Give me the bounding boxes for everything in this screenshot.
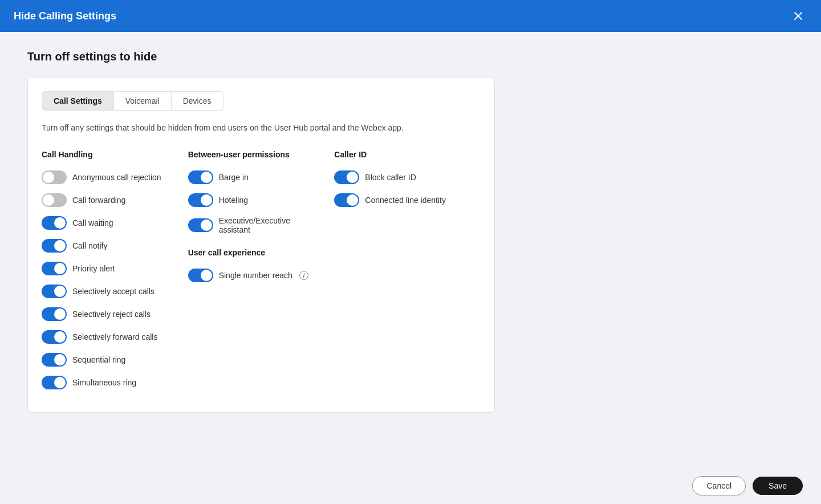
block-caller-id-item: ✕ ✓ Block caller ID xyxy=(334,170,467,184)
sequential-ring-label: Sequential ring xyxy=(72,355,125,364)
selectively-accept-calls-toggle[interactable]: ✕ ✓ xyxy=(42,284,67,298)
toggle-check-icon: ✓ xyxy=(58,311,63,318)
settings-card: Call Settings Voicemail Devices Turn off… xyxy=(27,77,495,413)
save-button[interactable]: Save xyxy=(753,477,803,495)
simultaneous-ring-item: ✕ ✓ Simultaneous ring xyxy=(42,376,174,389)
user-call-experience-title: User call experience xyxy=(188,248,321,257)
sequential-ring-item: ✕ ✓ Sequential ring xyxy=(42,353,174,367)
anonymous-call-rejection-item: ✕ ✓ Anonymous call rejection xyxy=(42,170,174,184)
toggle-check-icon: ✓ xyxy=(205,197,210,204)
toggle-check-icon: ✓ xyxy=(351,174,356,181)
executive-assistant-label: Executive/Executive assistant xyxy=(219,216,321,234)
call-forwarding-item: ✕ ✓ Call forwarding xyxy=(42,193,174,207)
caller-id-column: Caller ID ✕ ✓ Block caller ID xyxy=(334,150,481,399)
priority-alert-item: ✕ ✓ Priority alert xyxy=(42,262,174,275)
toggle-check-icon: ✓ xyxy=(58,265,63,273)
user-call-experience-section: User call experience ✕ ✓ Single number r… xyxy=(188,248,321,282)
toggle-check-icon: ✓ xyxy=(58,242,63,250)
barge-in-item: ✕ ✓ Barge in xyxy=(188,170,321,184)
tab-call-settings[interactable]: Call Settings xyxy=(42,91,114,111)
tab-voicemail[interactable]: Voicemail xyxy=(114,91,172,111)
selectively-reject-calls-toggle[interactable]: ✕ ✓ xyxy=(42,307,67,321)
executive-assistant-toggle[interactable]: ✕ ✓ xyxy=(188,218,213,232)
priority-alert-toggle[interactable]: ✕ ✓ xyxy=(42,262,67,275)
description-text: Turn off any settings that should be hid… xyxy=(42,122,481,134)
toggle-check-icon: ✓ xyxy=(58,288,63,295)
call-handling-column: Call Handling ✕ ✓ Anonymous call rejecti… xyxy=(42,150,188,399)
single-number-reach-label: Single number reach xyxy=(219,271,292,280)
selectively-reject-calls-item: ✕ ✓ Selectively reject calls xyxy=(42,307,174,321)
call-forwarding-label: Call forwarding xyxy=(72,196,125,205)
call-handling-title: Call Handling xyxy=(42,150,174,159)
tab-bar: Call Settings Voicemail Devices xyxy=(42,91,481,111)
call-waiting-item: ✕ ✓ Call waiting xyxy=(42,216,174,230)
selectively-accept-calls-label: Selectively accept calls xyxy=(72,287,155,296)
caller-id-title: Caller ID xyxy=(334,150,467,159)
anonymous-call-rejection-label: Anonymous call rejection xyxy=(72,173,161,182)
call-waiting-label: Call waiting xyxy=(72,218,113,227)
selectively-accept-calls-item: ✕ ✓ Selectively accept calls xyxy=(42,284,174,298)
block-caller-id-toggle[interactable]: ✕ ✓ xyxy=(334,170,359,184)
call-notify-toggle[interactable]: ✕ ✓ xyxy=(42,239,67,253)
cancel-button[interactable]: Cancel xyxy=(692,476,746,495)
selectively-forward-calls-item: ✕ ✓ Selectively forward calls xyxy=(42,330,174,344)
info-icon[interactable]: i xyxy=(299,271,308,280)
priority-alert-label: Priority alert xyxy=(72,264,115,273)
dialog-title: Hide Calling Settings xyxy=(14,10,116,22)
sequential-ring-toggle[interactable]: ✕ ✓ xyxy=(42,353,67,367)
tab-devices[interactable]: Devices xyxy=(172,91,223,111)
page-title: Turn off settings to hide xyxy=(27,50,794,63)
simultaneous-ring-label: Simultaneous ring xyxy=(72,378,136,387)
call-forwarding-toggle[interactable]: ✕ ✓ xyxy=(42,193,67,207)
toggle-check-icon: ✓ xyxy=(58,356,63,364)
call-notify-label: Call notify xyxy=(72,241,107,250)
single-number-reach-item: ✕ ✓ Single number reach i xyxy=(188,269,321,282)
selectively-reject-calls-label: Selectively reject calls xyxy=(72,310,151,319)
executive-assistant-item: ✕ ✓ Executive/Executive assistant xyxy=(188,216,321,234)
simultaneous-ring-toggle[interactable]: ✕ ✓ xyxy=(42,376,67,389)
call-waiting-toggle[interactable]: ✕ ✓ xyxy=(42,216,67,230)
hoteling-label: Hoteling xyxy=(219,196,248,205)
block-caller-id-label: Block caller ID xyxy=(365,173,416,182)
selectively-forward-calls-label: Selectively forward calls xyxy=(72,332,157,342)
barge-in-toggle[interactable]: ✕ ✓ xyxy=(188,170,213,184)
toggle-check-icon: ✓ xyxy=(58,220,63,227)
toggle-check-icon: ✓ xyxy=(205,222,210,229)
toggle-check-icon: ✓ xyxy=(205,272,210,279)
call-notify-item: ✕ ✓ Call notify xyxy=(42,239,174,253)
hoteling-item: ✕ ✓ Hoteling xyxy=(188,193,321,207)
barge-in-label: Barge in xyxy=(219,173,249,182)
toggle-check-icon: ✓ xyxy=(58,334,63,341)
connected-line-identity-label: Connected line identity xyxy=(365,196,446,205)
between-user-permissions-column: Between-user permissions ✕ ✓ Barge in xyxy=(188,150,335,399)
toggle-check-icon: ✓ xyxy=(351,197,356,204)
connected-line-identity-item: ✕ ✓ Connected line identity xyxy=(334,193,467,207)
main-content: Turn off settings to hide Call Settings … xyxy=(0,32,821,504)
toggle-check-icon: ✓ xyxy=(205,174,210,181)
toggle-x-icon: ✕ xyxy=(46,197,51,204)
dialog-footer: Cancel Save xyxy=(0,468,821,504)
hoteling-toggle[interactable]: ✕ ✓ xyxy=(188,193,213,207)
connected-line-identity-toggle[interactable]: ✕ ✓ xyxy=(334,193,359,207)
settings-grid: Call Handling ✕ ✓ Anonymous call rejecti… xyxy=(42,150,481,399)
selectively-forward-calls-toggle[interactable]: ✕ ✓ xyxy=(42,330,67,344)
dialog-header: Hide Calling Settings xyxy=(0,0,821,32)
close-button[interactable] xyxy=(789,7,807,25)
toggle-x-icon: ✕ xyxy=(46,174,51,181)
between-user-permissions-title: Between-user permissions xyxy=(188,150,321,159)
toggle-check-icon: ✓ xyxy=(58,379,63,387)
anonymous-call-rejection-toggle[interactable]: ✕ ✓ xyxy=(42,170,67,184)
single-number-reach-toggle[interactable]: ✕ ✓ xyxy=(188,269,213,282)
